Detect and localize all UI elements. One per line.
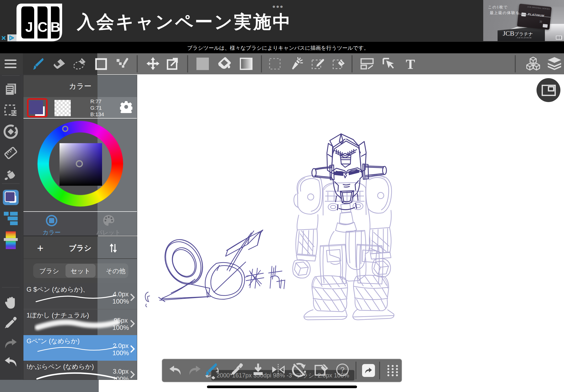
svg-text:B: B xyxy=(50,19,60,35)
svg-text:C: C xyxy=(38,19,48,35)
svg-text:?: ? xyxy=(340,365,345,374)
svg-text:J: J xyxy=(25,19,33,35)
